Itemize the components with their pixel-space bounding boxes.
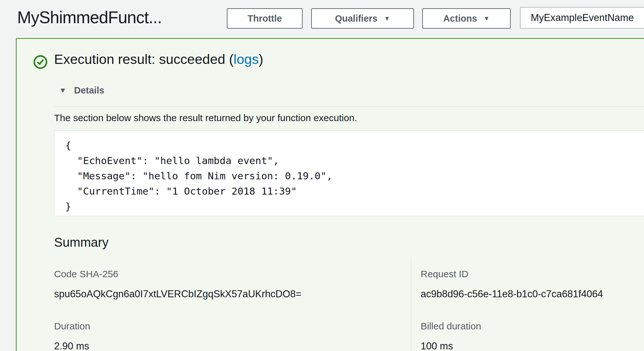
summary-field-billed-duration: Billed duration 100 ms <box>421 320 481 351</box>
field-value: spu65oAQkCgn6a0I7xtLVERCbIZgqSkX57aUKrhc… <box>54 288 301 300</box>
code-line: "Message": "hello fom Nim version: 0.19.… <box>65 168 644 183</box>
test-event-select[interactable]: MyExampleEventName <box>520 7 644 29</box>
field-label: Code SHA-256 <box>54 268 301 280</box>
throttle-button-label: Throttle <box>248 13 282 24</box>
field-label: Duration <box>54 320 90 332</box>
execution-result-panel: Execution result: succeeded (logs) ▼ Det… <box>16 38 644 351</box>
code-line: } <box>65 199 644 214</box>
execution-result-heading: Execution result: succeeded (logs) <box>54 52 263 67</box>
field-value: ac9b8d96-c56e-11e8-b1c0-c7ca681f4064 <box>421 288 603 300</box>
qualifiers-button-label: Qualifiers <box>335 13 378 24</box>
summary-heading: Summary <box>54 235 108 250</box>
success-check-icon <box>33 55 48 69</box>
test-event-selected-value: MyExampleEventName <box>531 12 634 24</box>
actions-button-label: Actions <box>443 13 477 24</box>
code-line: "EchoEvent": "hello lambda event", <box>65 153 644 168</box>
field-label: Billed duration <box>421 320 481 332</box>
caret-down-icon: ▼ <box>384 15 390 22</box>
details-toggle[interactable]: ▼ Details <box>59 85 104 96</box>
triangle-down-icon: ▼ <box>59 87 66 94</box>
code-line: "CurrentTime": "1 October 2018 11:39" <box>65 183 644 199</box>
actions-dropdown-button[interactable]: Actions ▼ <box>422 8 511 29</box>
lambda-console-page: MyShimmedFunct... Throttle Qualifiers ▼ … <box>0 0 644 351</box>
result-heading-text: Execution result: succeeded ( <box>54 52 234 67</box>
field-label: Request ID <box>421 268 603 280</box>
logs-link[interactable]: logs <box>234 52 259 67</box>
throttle-button[interactable]: Throttle <box>227 8 303 29</box>
field-value: 2.90 ms <box>54 340 90 351</box>
code-line: { <box>65 138 644 153</box>
details-divider <box>54 106 644 107</box>
execution-result-output: { "EchoEvent": "hello lambda event", "Me… <box>54 130 644 216</box>
summary-column-divider <box>411 258 411 351</box>
details-toggle-label: Details <box>74 85 104 96</box>
caret-down-icon: ▼ <box>483 15 490 22</box>
result-description: The section below shows the result retur… <box>54 113 357 123</box>
field-value: 100 ms <box>421 340 481 351</box>
summary-field-duration: Duration 2.90 ms <box>54 320 90 351</box>
qualifiers-dropdown-button[interactable]: Qualifiers ▼ <box>311 8 414 29</box>
summary-field-request-id: Request ID ac9b8d96-c56e-11e8-b1c0-c7ca6… <box>421 268 603 300</box>
function-name-title: MyShimmedFunct... <box>17 8 162 27</box>
summary-field-code-sha256: Code SHA-256 spu65oAQkCgn6a0I7xtLVERCbIZ… <box>54 268 301 300</box>
result-heading-close-paren: ) <box>259 52 263 67</box>
